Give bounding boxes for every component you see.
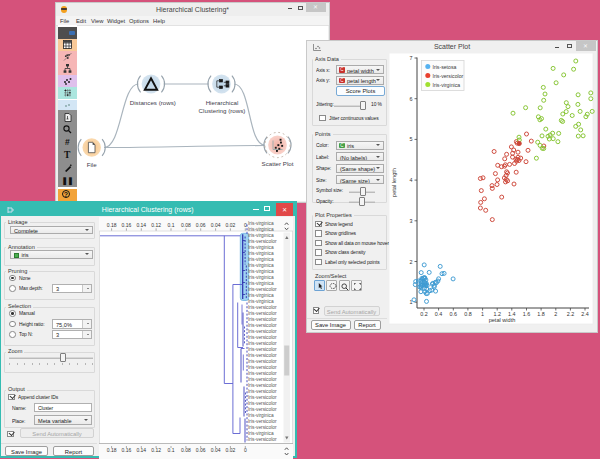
- svg-text:Iris-versicolor: Iris-versicolor: [248, 371, 277, 376]
- svg-text:Scatter Plot: Scatter Plot: [262, 160, 294, 167]
- svg-text:Iris-versicolor: Iris-versicolor: [248, 437, 277, 442]
- svg-text:petal length: petal length: [391, 168, 397, 197]
- svg-text:3: 3: [410, 217, 413, 223]
- svg-text:Iris-virginica: Iris-virginica: [248, 263, 274, 268]
- svg-text:0.12: 0.12: [151, 221, 161, 227]
- svg-text:Iris-versicolor: Iris-versicolor: [248, 305, 277, 310]
- svg-text:Iris-versicolor: Iris-versicolor: [248, 353, 277, 358]
- svg-text:Iris-versicolor: Iris-versicolor: [248, 407, 277, 412]
- svg-text:2.4: 2.4: [581, 311, 589, 317]
- svg-text:Iris-virginica: Iris-virginica: [248, 227, 274, 232]
- svg-text:Clustering (rows): Clustering (rows): [199, 107, 246, 114]
- svg-text:Iris-versicolor: Iris-versicolor: [248, 377, 277, 382]
- svg-text:2.2: 2.2: [567, 311, 575, 317]
- svg-text:1.8: 1.8: [537, 311, 545, 317]
- svg-text:0.02: 0.02: [225, 221, 235, 227]
- svg-text:Iris-virginica: Iris-virginica: [248, 221, 274, 226]
- svg-text:Distances (rows): Distances (rows): [130, 99, 176, 106]
- svg-text:Iris-virginica: Iris-virginica: [248, 269, 274, 274]
- svg-text:petal width: petal width: [489, 317, 516, 323]
- svg-text:0.06: 0.06: [195, 221, 205, 227]
- svg-text:Iris-versicolor: Iris-versicolor: [248, 329, 277, 334]
- svg-text:0.04: 0.04: [210, 221, 220, 227]
- svg-text:4: 4: [410, 177, 413, 183]
- svg-text:Hierarchical: Hierarchical: [206, 99, 239, 106]
- svg-text:0.1: 0.1: [167, 221, 174, 227]
- svg-text:2: 2: [410, 258, 413, 264]
- svg-text:Iris-virginica: Iris-virginica: [248, 299, 274, 304]
- svg-text:Iris-setosa: Iris-setosa: [433, 63, 457, 69]
- svg-text:0: 0: [243, 221, 246, 227]
- svg-text:Iris-versicolor: Iris-versicolor: [248, 323, 277, 328]
- svg-text:Iris-versicolor: Iris-versicolor: [248, 239, 277, 244]
- svg-text:Iris-versicolor: Iris-versicolor: [248, 383, 277, 388]
- svg-text:1.6: 1.6: [523, 311, 531, 317]
- svg-text:Iris-virginica: Iris-virginica: [248, 275, 274, 280]
- svg-text:Iris-virginica: Iris-virginica: [248, 431, 274, 436]
- svg-text:File: File: [87, 161, 98, 168]
- svg-text:Iris-versicolor: Iris-versicolor: [248, 347, 277, 352]
- svg-text:Iris-versicolor: Iris-versicolor: [248, 365, 277, 370]
- svg-text:Iris-versicolor: Iris-versicolor: [248, 287, 277, 292]
- svg-text:Iris-versicolor: Iris-versicolor: [248, 341, 277, 346]
- svg-text:Iris-versicolor: Iris-versicolor: [248, 401, 277, 406]
- svg-text:Iris-versicolor: Iris-versicolor: [248, 419, 277, 424]
- svg-text:Iris-virginica: Iris-virginica: [248, 281, 274, 286]
- svg-text:0.14: 0.14: [136, 221, 146, 227]
- svg-text:Iris-virginica: Iris-virginica: [248, 245, 274, 250]
- svg-text:0.6: 0.6: [450, 311, 458, 317]
- svg-text:Iris-versicolor: Iris-versicolor: [248, 425, 277, 430]
- svg-text:Iris-versicolor: Iris-versicolor: [433, 72, 464, 78]
- svg-text:Iris-virginica: Iris-virginica: [248, 233, 274, 238]
- svg-text:Iris-virginica: Iris-virginica: [248, 293, 274, 298]
- svg-text:0.18: 0.18: [106, 221, 116, 227]
- svg-text:5: 5: [410, 136, 413, 142]
- svg-text:7: 7: [410, 55, 413, 61]
- svg-text:Iris-virginica: Iris-virginica: [433, 81, 461, 87]
- svg-text:1: 1: [481, 311, 484, 317]
- svg-text:Iris-versicolor: Iris-versicolor: [248, 395, 277, 400]
- svg-text:2: 2: [554, 311, 557, 317]
- svg-text:Iris-versicolor: Iris-versicolor: [248, 389, 277, 394]
- svg-text:0.16: 0.16: [121, 221, 131, 227]
- svg-text:Iris-versicolor: Iris-versicolor: [248, 311, 277, 316]
- svg-text:0.2: 0.2: [420, 311, 428, 317]
- svg-text:6: 6: [410, 95, 413, 101]
- svg-text:Iris-virginica: Iris-virginica: [248, 413, 274, 418]
- svg-text:Iris-versicolor: Iris-versicolor: [248, 317, 277, 322]
- svg-text:0.4: 0.4: [435, 311, 443, 317]
- svg-text:Iris-versicolor: Iris-versicolor: [248, 359, 277, 364]
- svg-text:0.8: 0.8: [464, 311, 472, 317]
- svg-text:Iris-virginica: Iris-virginica: [248, 257, 274, 262]
- svg-text:Iris-virginica: Iris-virginica: [248, 251, 274, 256]
- svg-text:Iris-versicolor: Iris-versicolor: [248, 335, 277, 340]
- svg-text:0.08: 0.08: [181, 221, 191, 227]
